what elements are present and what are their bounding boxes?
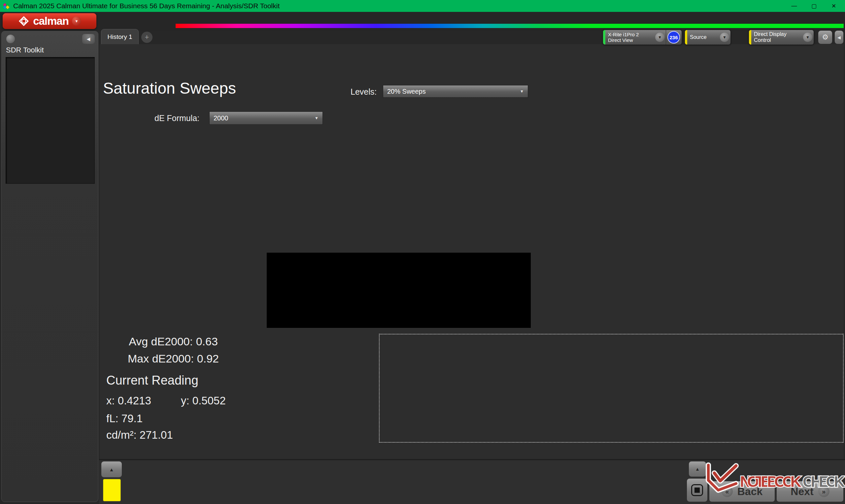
title-bar: Calman 2025 Calman Ultimate for Business… bbox=[0, 0, 845, 12]
settings-button[interactable]: ⚙ bbox=[818, 30, 832, 44]
meter-dropdown[interactable]: X-Rite i1Pro 2 Direct View ▼ 236 bbox=[603, 30, 682, 45]
display-control-label: Direct Display Control bbox=[751, 31, 803, 43]
minimize-button[interactable]: — bbox=[784, 0, 804, 12]
gear-icon: ⚙ bbox=[822, 33, 828, 41]
maximize-button[interactable]: ▢ bbox=[804, 0, 824, 12]
current-color-chip[interactable] bbox=[103, 479, 121, 501]
chevrons-left-icon: « bbox=[722, 486, 733, 497]
window-title: Calman 2025 Calman Ultimate for Business… bbox=[13, 2, 280, 10]
app-window: Calman 2025 Calman Ultimate for Business… bbox=[0, 0, 845, 504]
current-nits: cd/m²: 271.01 bbox=[106, 429, 173, 441]
meter-status-stripe bbox=[603, 30, 605, 44]
sidebar-title: SDR Toolkit bbox=[6, 46, 44, 54]
rgb-balance-chart bbox=[245, 340, 376, 444]
pattern-tray-toggle-right[interactable]: ▲ bbox=[689, 461, 706, 477]
triangle-up-icon: ▲ bbox=[109, 467, 114, 472]
calman-menu-button[interactable]: calman ▼ bbox=[3, 13, 96, 29]
formula-value: 2000 bbox=[214, 114, 228, 122]
tab-history-1[interactable]: History 1 bbox=[101, 29, 139, 44]
next-button[interactable]: Next » bbox=[776, 481, 844, 502]
formula-label: dE Formula: bbox=[155, 113, 199, 123]
chevron-down-icon: ▼ bbox=[72, 17, 81, 26]
calman-knot-icon bbox=[18, 15, 30, 27]
results-table-region bbox=[379, 334, 844, 443]
tab-history-label: History 1 bbox=[108, 33, 133, 40]
app-logo-icon bbox=[3, 2, 10, 10]
sidebar: ◀ SDR Toolkit bbox=[1, 31, 99, 502]
chevron-down-icon: ▼ bbox=[520, 89, 524, 94]
meter-name: X-Rite i1Pro 2 bbox=[608, 32, 655, 37]
levels-label: Levels: bbox=[351, 87, 376, 97]
calman-label: calman bbox=[33, 15, 69, 28]
stop-icon bbox=[691, 484, 703, 496]
triangle-up-icon: ▲ bbox=[695, 466, 700, 472]
levels-select[interactable]: 20% Sweeps ▼ bbox=[383, 85, 528, 97]
delta-h-chart bbox=[443, 106, 526, 254]
delta-c-chart bbox=[354, 106, 438, 254]
pattern-tray-toggle-left[interactable]: ▲ bbox=[101, 461, 122, 478]
source-status-stripe bbox=[685, 30, 687, 44]
chevron-left-icon: ◀ bbox=[838, 35, 841, 40]
max-de2000: Max dE2000: 0.92 bbox=[109, 352, 237, 365]
sidebar-pin-button[interactable] bbox=[6, 35, 15, 43]
back-label: Back bbox=[737, 486, 763, 498]
chevron-down-icon: ▼ bbox=[720, 33, 729, 42]
avg-de2000: Avg dE2000: 0.63 bbox=[109, 335, 237, 348]
levels-value: 20% Sweeps bbox=[387, 88, 426, 95]
add-tab-button[interactable]: + bbox=[141, 32, 153, 43]
display-control-dropdown[interactable]: Direct Display Control ▼ bbox=[749, 30, 814, 45]
chevron-down-icon: ▼ bbox=[803, 33, 812, 42]
meter-reading-badge: 236 bbox=[667, 31, 680, 43]
actual-target-swatch-strip bbox=[267, 253, 531, 328]
display-control-status-stripe bbox=[749, 30, 751, 44]
menu-bar: calman ▼ bbox=[0, 12, 845, 31]
chevron-down-icon: ▼ bbox=[655, 33, 665, 42]
current-x: x: 0.4213 bbox=[106, 395, 151, 407]
stop-measure-button[interactable] bbox=[687, 478, 708, 502]
deltae-2000-chart bbox=[102, 130, 261, 328]
meter-mode: Direct View bbox=[608, 37, 655, 43]
chevrons-right-icon: » bbox=[818, 486, 829, 497]
back-button[interactable]: « Back bbox=[709, 481, 775, 502]
page-title: Saturation Sweeps bbox=[103, 79, 236, 97]
next-label: Next bbox=[791, 486, 813, 498]
current-reading-heading: Current Reading bbox=[106, 373, 198, 388]
current-y: y: 0.5052 bbox=[181, 395, 226, 407]
panel-collapse-button[interactable]: ◀ bbox=[834, 30, 844, 44]
rainbow-strip bbox=[176, 24, 844, 28]
close-button[interactable]: ✕ bbox=[824, 0, 844, 12]
cie-1976-chart bbox=[538, 85, 844, 330]
workflow-tree bbox=[6, 57, 95, 184]
source-label: Source bbox=[687, 34, 720, 40]
sidebar-collapse-button[interactable]: ◀ bbox=[82, 34, 95, 44]
current-fl: fL: 79.1 bbox=[106, 412, 143, 425]
source-dropdown[interactable]: Source ▼ bbox=[685, 30, 731, 45]
delta-l-chart bbox=[266, 106, 349, 254]
